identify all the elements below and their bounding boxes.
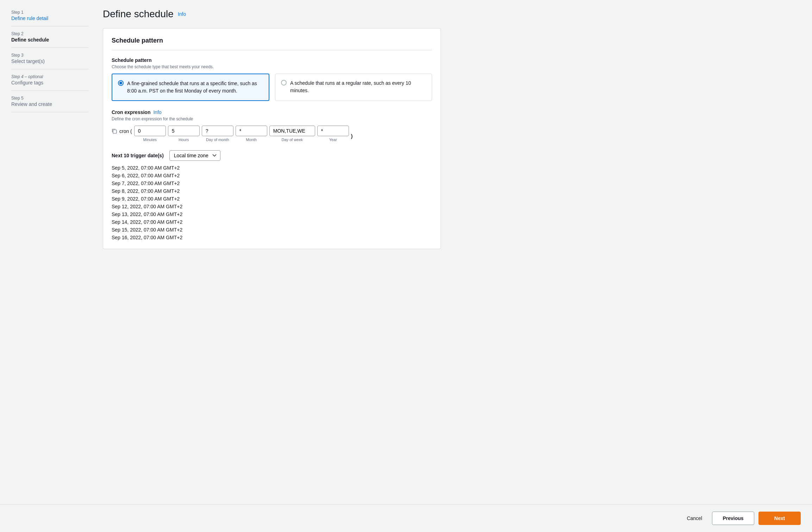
trigger-section: Next 10 trigger date(s) Local time zone … (112, 150, 432, 240)
step5-label: Step 5 (11, 96, 89, 101)
next-button[interactable]: Next (758, 512, 801, 525)
cron-inputs-wrapper: Minutes Hours Day of month (134, 126, 353, 142)
copy-icon[interactable] (112, 128, 117, 134)
trigger-date-4: Sep 9, 2022, 07:00 AM GMT+2 (112, 196, 432, 202)
sidebar-item-step3: Step 3 Select target(s) (11, 48, 89, 69)
cron-field-year: Year (317, 126, 349, 142)
sidebar-item-step1: Step 1 Define rule detail (11, 10, 89, 26)
cron-field-hours: Hours (168, 126, 200, 142)
radio-option-regular-rate[interactable]: A schedule that runs at a regular rate, … (275, 74, 432, 101)
content-area: Define schedule Info Schedule pattern Sc… (103, 8, 441, 496)
cron-label-year: Year (329, 138, 337, 142)
cron-info-link[interactable]: Info (153, 109, 161, 115)
radio-circle-regular-rate (281, 80, 287, 86)
cron-label-day-of-month: Day of month (206, 138, 229, 142)
step4-label: Step 4 – optional (11, 74, 89, 79)
step2-label: Step 2 (11, 31, 89, 36)
cron-suffix: ) (351, 133, 353, 142)
step5-name: Review and create (11, 101, 89, 107)
radio-option-fine-grained[interactable]: A fine-grained schedule that runs at a s… (112, 74, 269, 101)
step3-name: Select target(s) (11, 58, 89, 64)
step2-name: Define schedule (11, 37, 89, 43)
cron-input-hours[interactable] (168, 126, 200, 136)
trigger-date-1: Sep 6, 2022, 07:00 AM GMT+2 (112, 173, 432, 178)
trigger-date-8: Sep 15, 2022, 07:00 AM GMT+2 (112, 227, 432, 233)
radio-text-fine-grained: A fine-grained schedule that runs at a s… (127, 80, 263, 95)
sidebar-item-step2: Step 2 Define schedule (11, 26, 89, 48)
radio-text-regular-rate: A schedule that runs at a regular rate, … (290, 80, 426, 94)
sidebar-item-step4: Step 4 – optional Configure tags (11, 69, 89, 91)
cancel-button[interactable]: Cancel (681, 513, 708, 524)
sidebar: Step 1 Define rule detail Step 2 Define … (11, 8, 89, 496)
main-content: Step 1 Define rule detail Step 2 Define … (0, 0, 812, 504)
radio-circle-fine-grained (118, 80, 124, 86)
cron-field-minutes: Minutes (134, 126, 166, 142)
previous-button[interactable]: Previous (712, 512, 754, 525)
step3-label: Step 3 (11, 53, 89, 58)
cron-label-day-of-week: Day of week (282, 138, 303, 142)
cron-field-month: Month (236, 126, 267, 142)
footer: Cancel Previous Next (0, 504, 812, 532)
timezone-select[interactable]: Local time zone UTC (169, 150, 220, 161)
cron-field-day-of-week: Day of week (269, 126, 315, 142)
cron-label-minutes: Minutes (143, 138, 157, 142)
cron-field-day-of-month: Day of month (202, 126, 233, 142)
trigger-dates: Sep 5, 2022, 07:00 AM GMT+2 Sep 6, 2022,… (112, 165, 432, 240)
trigger-title: Next 10 trigger date(s) (112, 153, 164, 158)
cron-label-hours: Hours (179, 138, 189, 142)
cron-input-year[interactable] (317, 126, 349, 136)
cron-section-title: Cron expression (112, 109, 150, 115)
page-info-link[interactable]: Info (178, 11, 186, 17)
cron-section-header: Cron expression Info (112, 109, 432, 115)
sidebar-item-step5: Step 5 Review and create (11, 91, 89, 112)
trigger-date-6: Sep 13, 2022, 07:00 AM GMT+2 (112, 211, 432, 217)
cron-input-day-of-month[interactable] (202, 126, 233, 136)
page-layout: Step 1 Define rule detail Step 2 Define … (0, 0, 812, 532)
trigger-date-2: Sep 7, 2022, 07:00 AM GMT+2 (112, 180, 432, 186)
cron-input-day-of-week[interactable] (269, 126, 315, 136)
cron-prefix: cron ( (112, 126, 132, 134)
schedule-pattern-section: Schedule pattern Choose the schedule typ… (112, 57, 432, 101)
schedule-card: Schedule pattern Schedule pattern Choose… (103, 28, 441, 249)
step4-name: Configure tags (11, 80, 89, 86)
schedule-pattern-label: Schedule pattern (112, 57, 432, 63)
step1-name[interactable]: Define rule detail (11, 15, 89, 21)
cron-input-month[interactable] (236, 126, 267, 136)
cron-input-minutes[interactable] (134, 126, 166, 136)
svg-rect-0 (113, 130, 117, 133)
trigger-date-3: Sep 8, 2022, 07:00 AM GMT+2 (112, 188, 432, 194)
trigger-header: Next 10 trigger date(s) Local time zone … (112, 150, 432, 161)
schedule-pattern-desc: Choose the schedule type that best meets… (112, 64, 432, 69)
trigger-date-5: Sep 12, 2022, 07:00 AM GMT+2 (112, 204, 432, 209)
cron-section: Cron expression Info Define the cron exp… (112, 109, 432, 142)
trigger-date-9: Sep 16, 2022, 07:00 AM GMT+2 (112, 235, 432, 240)
card-title: Schedule pattern (112, 37, 432, 50)
page-title-row: Define schedule Info (103, 8, 441, 20)
trigger-date-0: Sep 5, 2022, 07:00 AM GMT+2 (112, 165, 432, 171)
radio-options: A fine-grained schedule that runs at a s… (112, 74, 432, 101)
cron-row: cron ( Minutes Hours (112, 126, 432, 142)
trigger-date-7: Sep 14, 2022, 07:00 AM GMT+2 (112, 219, 432, 225)
page-title: Define schedule (103, 8, 174, 20)
step1-label: Step 1 (11, 10, 89, 15)
cron-open: cron ( (119, 128, 132, 134)
cron-label-month: Month (246, 138, 257, 142)
cron-desc: Define the cron expression for the sched… (112, 116, 432, 121)
